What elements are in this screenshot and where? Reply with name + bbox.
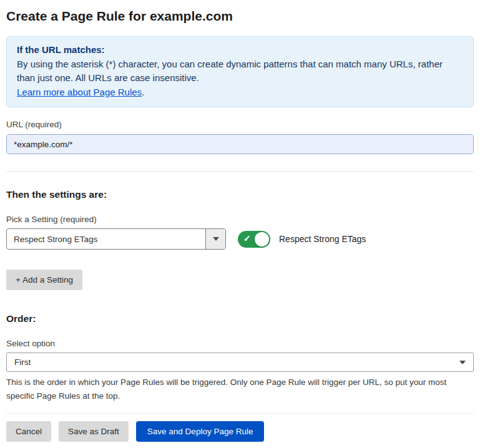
toggle-label: Respect Strong ETags <box>279 234 366 244</box>
save-draft-button[interactable]: Save as Draft <box>59 421 129 442</box>
order-select-label: Select option <box>6 339 474 348</box>
settings-section-heading: Then the settings are: <box>6 189 474 200</box>
footer-actions: Cancel Save as Draft Save and Deploy Pag… <box>6 413 474 448</box>
respect-strong-etags-toggle[interactable]: ✓ <box>238 231 270 248</box>
save-deploy-button[interactable]: Save and Deploy Page Rule <box>136 421 265 442</box>
order-select[interactable]: First <box>6 353 474 372</box>
section-divider-top <box>6 171 474 172</box>
chevron-down-icon <box>459 361 466 364</box>
url-input[interactable] <box>6 134 474 154</box>
order-section-heading: Order: <box>6 313 474 324</box>
page-title: Create a Page Rule for example.com <box>6 9 474 24</box>
info-box-link-line: Learn more about Page Rules. <box>17 85 463 100</box>
check-icon: ✓ <box>243 233 251 243</box>
info-box-body: By using the asterisk (*) character, you… <box>17 57 463 85</box>
order-help-text: This is the order in which your Page Rul… <box>6 376 474 402</box>
toggle-knob <box>255 232 269 246</box>
page-rule-form: Create a Page Rule for example.com If th… <box>0 9 480 448</box>
pick-setting-label: Pick a Setting (required) <box>6 215 474 224</box>
setting-select-arrow-button[interactable] <box>205 229 225 249</box>
info-box-heading: If the URL matches: <box>17 43 463 57</box>
cancel-button[interactable]: Cancel <box>6 421 51 442</box>
setting-select[interactable]: Respect Strong ETags <box>6 228 226 250</box>
url-field-label: URL (required) <box>6 120 474 129</box>
chevron-down-icon <box>213 237 219 241</box>
setting-select-value: Respect Strong ETags <box>7 229 205 249</box>
link-suffix: . <box>142 87 144 97</box>
url-match-info-box: If the URL matches: By using the asteris… <box>6 36 474 107</box>
setting-row: Respect Strong ETags ✓ Respect Strong ET… <box>6 228 474 250</box>
add-setting-button[interactable]: + Add a Setting <box>6 270 82 290</box>
order-select-value: First <box>14 358 31 367</box>
learn-more-link[interactable]: Learn more about Page Rules <box>17 87 142 97</box>
